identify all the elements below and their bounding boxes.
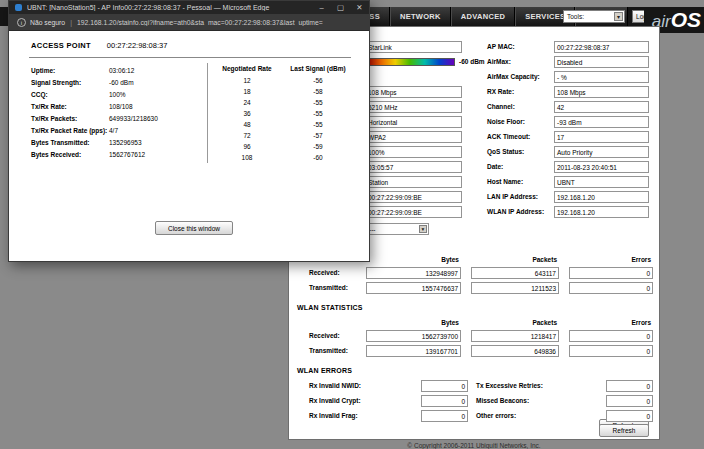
refresh-button[interactable]: Refresh [599,424,649,437]
status-right-value: 42 [554,101,649,113]
tools-dropdown[interactable]: Tools: ▾ [563,10,625,23]
popup-window: UBNT: [NanoStation5] - AP Info00:27:22:9… [8,0,370,262]
errors-value: 0 [569,345,653,357]
errors-column-header: Errors [569,317,651,329]
logo-os-text: OS [671,8,701,31]
status-right-label: ACK Timeout: [487,131,553,143]
packets-value: 1211523 [471,282,559,294]
rate-table-row: 18-58 [212,86,355,97]
signal-strength-bar [365,58,455,66]
error-label: Rx Invalid NWID: [309,380,361,392]
packets-column-header: Packets [471,254,557,266]
signal-cell: -55 [282,119,354,130]
address-bar[interactable]: i Não seguro | 192.168.1.20/stainfo.cgi?… [9,14,369,31]
status-right-value: 108 Mbps [554,86,649,98]
status-left-value: Station [365,176,462,188]
row-label: Received: [309,330,340,342]
bytes-value: 1557476637 [366,282,461,294]
negotiated-rate-table: Negotiated Rate Last Signal (dBm) 12-56 … [207,63,355,163]
row-label: Transmitted: [309,282,348,294]
error-label: Other errors: [476,410,516,422]
status-right-label: WLAN IP Address: [487,206,553,218]
close-window-control[interactable]: ✕ [350,1,369,14]
stat-label: Tx/Rx Rate: [31,101,109,113]
desktop: MAIN WIRELESS NETWORK ADVANCED SERVICES … [0,0,704,449]
url-divider: | [70,19,72,26]
maximize-button[interactable]: ▢ [331,1,350,14]
signal-cell: -59 [282,141,354,152]
signal-cell: -55 [282,97,354,108]
status-right-label: LAN IP Address: [487,191,553,203]
rate-column-header: Negotiated Rate [212,63,282,75]
stat-label: Tx/Rx Packet Rate (pps): [31,125,109,137]
bytes-column-header: Bytes [366,317,459,329]
rate-cell: 96 [212,141,282,152]
rate-cell: 24 [212,97,282,108]
stat-label: Bytes Transmitted: [31,137,109,149]
status-right-value: 00:27:22:98:08:37 [554,41,649,53]
error-value: 0 [421,395,468,407]
not-secure-label: Não seguro [30,19,65,26]
tab-advanced[interactable]: ADVANCED [451,7,515,26]
status-right-label: AP MAC: [487,41,553,53]
stat-value: 03:06:12 [109,67,134,74]
tools-dropdown-label: Tools: [567,13,584,20]
status-right-label: AirMax Capacity: [487,71,553,83]
access-point-title: ACCESS POINT [31,41,91,50]
minimize-button[interactable]: – [312,1,331,14]
stat-item: Uptime:03:06:12 [31,65,205,77]
stat-item: Tx/Rx Packet Rate (pps):4/7 [31,125,205,137]
popup-window-title: UBNT: [NanoStation5] - AP Info00:27:22:9… [27,4,312,11]
stat-item: CCQ:100% [31,89,205,101]
stat-label: Tx/Rx Packets: [31,113,109,125]
stat-label: Signal Strength: [31,77,109,89]
status-left-value: Horizontal [365,116,462,128]
popup-page-content: ACCESS POINT 00:27:22:98:08:37 Uptime:03… [9,31,369,261]
error-value: 0 [606,380,653,392]
status-left-value: 00:27:22:99:09:BE [365,206,462,218]
wlan-stats-received-row: Received: 1562739700 1218417 0 [289,330,661,343]
rate-table-row: 12-56 [212,75,355,86]
ap-stats-list: Uptime:03:06:12 Signal Strength:-60 dBm … [31,65,205,161]
signal-strength-value: -60 dBm [459,56,485,68]
extra-info-select[interactable]: --- ▾ [365,223,429,235]
status-right-label: Channel: [487,101,553,113]
close-this-window-button[interactable]: Close this window [155,221,233,235]
packets-value: 1218417 [471,330,559,342]
status-left-value: 108 Mbps [365,86,462,98]
stat-item: Tx/Rx Packets:649933/1218630 [31,113,205,125]
wlan-errors-row: Rx Invalid Crypt: 0 Missed Beacons: 0 [289,395,661,408]
rate-table-header: Negotiated Rate Last Signal (dBm) [212,63,355,75]
row-label: Received: [309,267,340,279]
status-right-label: Host Name: [487,176,553,188]
signal-column-header: Last Signal (dBm) [282,63,354,75]
tab-network[interactable]: NETWORK [390,7,451,26]
packets-value: 649836 [471,345,559,357]
stat-label: Uptime: [31,65,109,77]
rate-table-row: 72-57 [212,130,355,141]
rate-cell: 18 [212,86,282,97]
packets-column-header: Packets [471,317,557,329]
error-value: 0 [421,410,468,422]
status-right-value: -93 dBm [554,116,649,128]
stat-value: 649933/1218630 [109,115,158,122]
stat-value: -60 dBm [109,79,134,86]
wlan-stats-transmitted-row: Transmitted: 139167701 649836 0 [289,345,661,358]
bytes-value: 1562739700 [366,330,461,342]
stat-label: CCQ: [31,89,109,101]
not-secure-icon: i [17,18,26,27]
signal-cell: -58 [282,86,354,97]
heading-divider [29,57,351,58]
errors-column-header: Errors [569,254,651,266]
error-label: Tx Excessive Retries: [476,380,543,392]
stat-item: Signal Strength:-60 dBm [31,77,205,89]
status-right-label: Date: [487,161,553,173]
stat-value: 4/7 [109,127,118,134]
bytes-value: 139167701 [366,345,461,357]
rate-cell: 72 [212,130,282,141]
popup-title-bar[interactable]: UBNT: [NanoStation5] - AP Info00:27:22:9… [9,1,369,14]
row-label: Transmitted: [309,345,348,357]
status-right-value: UBNT [554,176,649,188]
stat-value: 1562767612 [109,151,145,158]
rate-table-row: 36-55 [212,108,355,119]
